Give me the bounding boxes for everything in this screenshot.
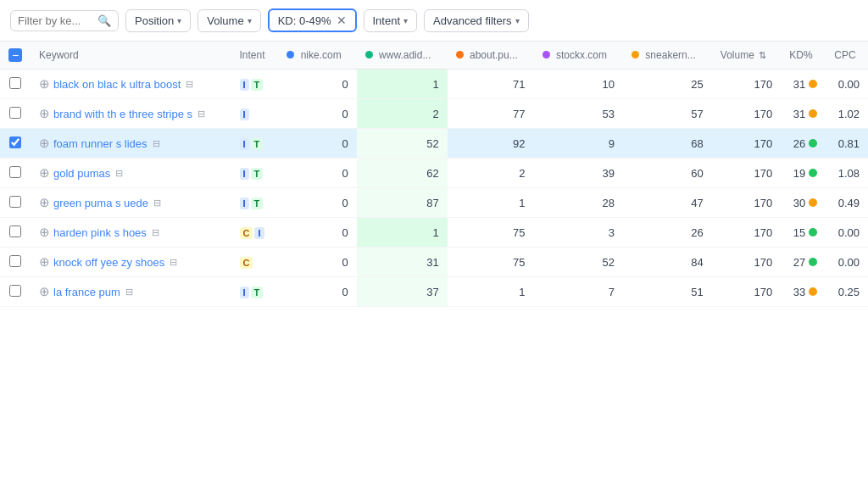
keyword-cell[interactable]: ⊕ black on blac k ultra boost ⊟: [31, 70, 231, 99]
intent-badge: C: [240, 227, 253, 239]
row-checkbox[interactable]: [9, 196, 21, 208]
db-icon: ⊟: [170, 257, 177, 268]
row-checkbox[interactable]: [9, 107, 21, 119]
keyword-text: black on blac k ultra boost: [53, 78, 181, 91]
sneakers-cell: 60: [623, 159, 712, 188]
filter-input[interactable]: [18, 14, 94, 27]
adidas-cell: 52: [357, 129, 448, 159]
cpc-cell: 0.00: [826, 70, 868, 99]
nike-cell: 0: [278, 99, 356, 129]
row-checkbox[interactable]: [9, 166, 21, 178]
keyword-cell[interactable]: ⊕ foam runner s lides ⊟: [31, 129, 231, 159]
row-checkbox[interactable]: [9, 136, 21, 148]
kd-filter-label: KD: 0-49%: [278, 14, 331, 27]
row-checkbox-cell[interactable]: [0, 70, 31, 99]
stockx-cell: 7: [534, 277, 623, 307]
kd-cell: 26: [781, 129, 826, 159]
nike-header: nike.com: [278, 42, 356, 70]
advanced-filters-label: Advanced filters: [433, 14, 512, 27]
intent-dropdown[interactable]: Intent ▾: [364, 9, 418, 32]
stockx-cell: 53: [534, 99, 623, 129]
nike-cell: 0: [278, 70, 356, 99]
intent-badge: I: [240, 109, 249, 120]
row-checkbox-cell[interactable]: [0, 159, 31, 188]
row-checkbox-cell[interactable]: [0, 218, 31, 248]
about-dot: [456, 51, 464, 58]
adidas-cell: 62: [357, 159, 448, 188]
keyword-text: knock off yee zy shoes: [53, 256, 164, 269]
deselect-all-button[interactable]: −: [8, 48, 22, 62]
position-dropdown[interactable]: Position ▾: [125, 9, 191, 32]
row-checkbox-cell[interactable]: [0, 248, 31, 277]
keyword-cell[interactable]: ⊕ brand with th e three stripe s ⊟: [31, 99, 231, 129]
row-checkbox-cell[interactable]: [0, 188, 31, 218]
keyword-cell[interactable]: ⊕ gold pumas ⊟: [31, 159, 231, 188]
sneakers-cell: 68: [623, 129, 712, 159]
row-checkbox[interactable]: [9, 225, 21, 237]
keyword-text: la france pum: [53, 286, 120, 298]
kd-header: KD%: [781, 42, 826, 70]
kd-filter[interactable]: KD: 0-49% ✕: [268, 8, 357, 32]
keyword-text: foam runner s lides: [53, 137, 147, 150]
volume-cell: 170: [712, 159, 781, 188]
volume-cell: 170: [712, 188, 781, 218]
intent-badge: T: [251, 287, 264, 298]
nike-dot: [287, 51, 294, 58]
row-checkbox[interactable]: [9, 255, 21, 267]
plus-icon: ⊕: [39, 195, 50, 210]
nike-cell: 0: [278, 159, 356, 188]
adidas-cell: 37: [357, 277, 448, 307]
row-checkbox-cell[interactable]: [0, 99, 31, 129]
db-icon: ⊟: [125, 287, 133, 298]
volume-dropdown[interactable]: Volume ▾: [198, 9, 260, 32]
kd-cell: 31: [781, 99, 826, 129]
keyword-text: gold pumas: [53, 167, 110, 180]
row-checkbox[interactable]: [9, 77, 21, 89]
intent-badge: I: [240, 287, 249, 298]
kd-value: 31: [793, 108, 805, 120]
intent-cell: CI: [231, 218, 279, 248]
db-icon: ⊟: [152, 227, 159, 238]
kd-cell: 27: [781, 248, 826, 277]
plus-icon: ⊕: [39, 254, 50, 270]
kd-value: 19: [793, 167, 805, 180]
nike-cell: 0: [278, 129, 356, 159]
volume-cell: 170: [712, 277, 781, 307]
sneakers-cell: 25: [623, 70, 712, 99]
plus-icon: ⊕: [39, 136, 50, 151]
row-checkbox-cell[interactable]: [0, 129, 31, 159]
table-row: ⊕ foam runner s lides ⊟IT05292968170260.…: [0, 129, 868, 159]
volume-header[interactable]: Volume ⇅: [712, 42, 781, 70]
search-button[interactable]: 🔍: [97, 14, 111, 27]
sneakers-cell: 57: [623, 99, 712, 129]
kd-value: 27: [793, 256, 805, 269]
keyword-cell[interactable]: ⊕ la france pum ⊟: [31, 277, 231, 307]
intent-cell: IT: [231, 277, 279, 307]
kd-value: 26: [793, 137, 805, 150]
row-checkbox[interactable]: [9, 285, 21, 297]
filter-input-wrap[interactable]: 🔍: [10, 10, 119, 31]
intent-cell: C: [231, 248, 279, 277]
volume-cell: 170: [712, 70, 781, 99]
kd-filter-close-icon[interactable]: ✕: [337, 14, 347, 27]
select-all-header[interactable]: −: [0, 42, 31, 70]
keyword-cell[interactable]: ⊕ harden pink s hoes ⊟: [31, 218, 231, 248]
stockx-header: stockx.com: [534, 42, 623, 70]
keyword-text: green puma s uede: [53, 197, 148, 209]
row-checkbox-cell[interactable]: [0, 277, 31, 307]
advanced-filters-dropdown[interactable]: Advanced filters ▾: [424, 9, 529, 32]
adidas-cell: 2: [357, 99, 448, 129]
about-cell: 2: [448, 159, 534, 188]
keyword-cell[interactable]: ⊕ knock off yee zy shoes ⊟: [31, 248, 231, 277]
kd-cell: 15: [781, 218, 826, 248]
about-cell: 92: [448, 129, 534, 159]
kd-dot-icon: [809, 139, 817, 148]
intent-cell: IT: [231, 70, 279, 99]
sneakers-cell: 84: [623, 248, 712, 277]
sneakers-dot: [632, 51, 639, 58]
intent-badge: T: [251, 138, 264, 150]
sneakers-cell: 26: [623, 218, 712, 248]
about-cell: 77: [448, 99, 534, 129]
keyword-cell[interactable]: ⊕ green puma s uede ⊟: [31, 188, 231, 218]
adidas-cell: 1: [357, 218, 448, 248]
